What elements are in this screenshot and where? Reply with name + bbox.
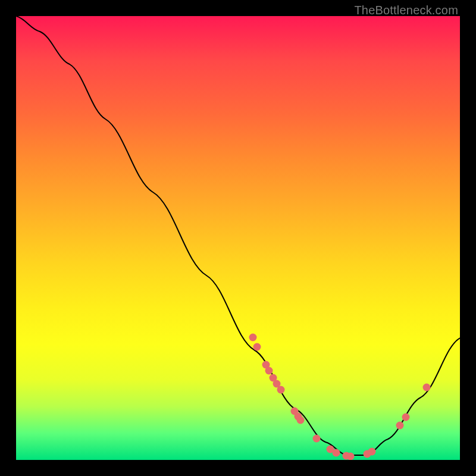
chart-data-point xyxy=(396,422,404,430)
chart-plot-area xyxy=(16,16,460,460)
chart-data-point xyxy=(253,343,261,351)
chart-data-point xyxy=(368,448,376,456)
chart-data-point xyxy=(333,449,340,457)
chart-data-point xyxy=(249,334,257,342)
chart-curve xyxy=(16,16,460,455)
chart-svg xyxy=(16,16,460,460)
chart-data-point xyxy=(277,386,285,394)
chart-data-point xyxy=(297,416,305,424)
chart-data-point xyxy=(423,384,431,392)
chart-data-point xyxy=(313,435,321,443)
watermark-text: TheBottleneck.com xyxy=(354,4,458,17)
chart-data-point xyxy=(402,414,410,421)
chart-data-point xyxy=(347,453,355,461)
chart-data-point xyxy=(265,367,273,375)
